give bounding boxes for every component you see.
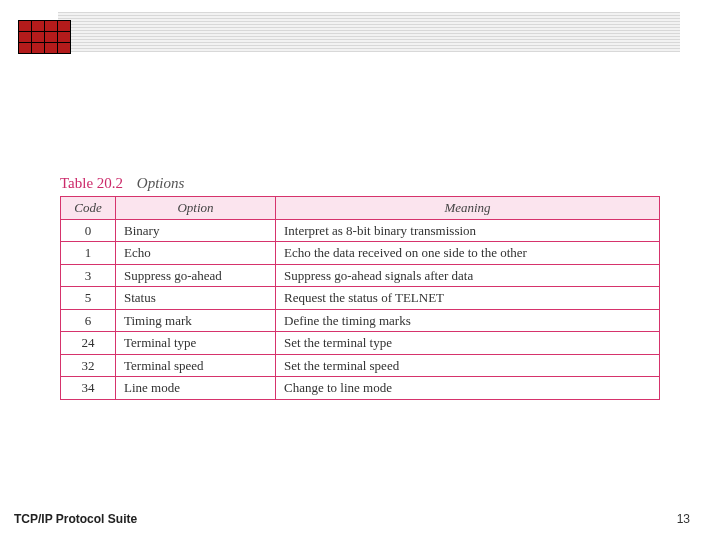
cell-code: 34 bbox=[61, 377, 116, 400]
table-row: 0BinaryInterpret as 8-bit binary transmi… bbox=[61, 219, 660, 242]
page-number: 13 bbox=[677, 512, 690, 526]
cell-meaning: Set the terminal type bbox=[276, 332, 660, 355]
cell-code: 3 bbox=[61, 264, 116, 287]
header-texture bbox=[58, 12, 680, 52]
cell-meaning: Suppress go-ahead signals after data bbox=[276, 264, 660, 287]
cell-meaning: Interpret as 8-bit binary transmission bbox=[276, 219, 660, 242]
cell-code: 0 bbox=[61, 219, 116, 242]
cell-meaning: Change to line mode bbox=[276, 377, 660, 400]
col-code: Code bbox=[61, 197, 116, 220]
cell-option: Suppress go-ahead bbox=[116, 264, 276, 287]
footer-label: TCP/IP Protocol Suite bbox=[14, 512, 137, 526]
cell-option: Binary bbox=[116, 219, 276, 242]
cell-code: 24 bbox=[61, 332, 116, 355]
table-row: 32Terminal speedSet the terminal speed bbox=[61, 354, 660, 377]
cell-code: 5 bbox=[61, 287, 116, 310]
table-title: Options bbox=[137, 175, 185, 191]
table-row: 6Timing markDefine the timing marks bbox=[61, 309, 660, 332]
cell-code: 1 bbox=[61, 242, 116, 265]
cell-option: Line mode bbox=[116, 377, 276, 400]
table-caption: Table 20.2 Options bbox=[60, 175, 660, 192]
cell-code: 32 bbox=[61, 354, 116, 377]
table-header-row: Code Option Meaning bbox=[61, 197, 660, 220]
options-table: Code Option Meaning 0BinaryInterpret as … bbox=[60, 196, 660, 400]
table-number: Table 20.2 bbox=[60, 175, 123, 191]
table-row: 34Line modeChange to line mode bbox=[61, 377, 660, 400]
col-option: Option bbox=[116, 197, 276, 220]
cell-meaning: Request the status of TELNET bbox=[276, 287, 660, 310]
cell-meaning: Set the terminal speed bbox=[276, 354, 660, 377]
table-row: 24Terminal typeSet the terminal type bbox=[61, 332, 660, 355]
cell-option: Echo bbox=[116, 242, 276, 265]
options-table-section: Table 20.2 Options Code Option Meaning 0… bbox=[60, 175, 660, 400]
cell-option: Status bbox=[116, 287, 276, 310]
cell-meaning: Echo the data received on one side to th… bbox=[276, 242, 660, 265]
col-meaning: Meaning bbox=[276, 197, 660, 220]
cell-code: 6 bbox=[61, 309, 116, 332]
table-row: 3Suppress go-aheadSuppress go-ahead sign… bbox=[61, 264, 660, 287]
cell-meaning: Define the timing marks bbox=[276, 309, 660, 332]
cell-option: Terminal speed bbox=[116, 354, 276, 377]
table-row: 1EchoEcho the data received on one side … bbox=[61, 242, 660, 265]
logo-icon bbox=[18, 20, 71, 54]
cell-option: Terminal type bbox=[116, 332, 276, 355]
table-row: 5StatusRequest the status of TELNET bbox=[61, 287, 660, 310]
cell-option: Timing mark bbox=[116, 309, 276, 332]
